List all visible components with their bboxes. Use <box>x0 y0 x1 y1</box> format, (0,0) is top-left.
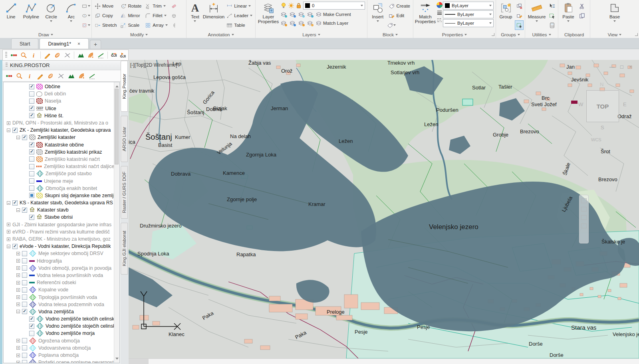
tree-checkbox[interactable] <box>22 295 27 300</box>
ellipse-button[interactable] <box>81 11 90 20</box>
terrain-icon[interactable] <box>68 73 75 79</box>
group-selection-toggle[interactable] <box>515 20 524 30</box>
tree-checkbox[interactable] <box>29 84 34 89</box>
new-drawing-button[interactable]: + <box>90 40 101 49</box>
profile-icon[interactable] <box>89 73 95 79</box>
dialog-launcher-icon[interactable] <box>635 33 638 36</box>
tree-item[interactable]: +Tipologija površinskih voda <box>4 293 119 301</box>
tree-checkbox[interactable] <box>29 149 34 154</box>
scroll-thumb[interactable] <box>115 89 119 164</box>
tree-checkbox[interactable] <box>12 128 18 133</box>
tree-expand-toggle[interactable]: + <box>7 237 10 241</box>
tree-item[interactable]: Urejene meje <box>4 177 119 184</box>
tree-item[interactable]: Vodno zemljišče morja <box>4 330 119 337</box>
offset-button[interactable] <box>170 20 179 30</box>
tree-checkbox[interactable] <box>29 171 34 176</box>
tree-item[interactable]: Vodno zemljišče stoječih celinskih <box>4 322 119 330</box>
tree-item[interactable]: +RABA, GERK - Ministrstvo za kmetijstvo,… <box>4 235 119 243</box>
block-create-button[interactable]: Create <box>387 1 412 11</box>
tree-item[interactable]: –Vodna zemljišča <box>4 308 119 315</box>
text-button[interactable]: A Text <box>188 1 202 23</box>
tree-item[interactable]: –eVode - Vodni kataster, Direkcija Repub… <box>4 243 119 250</box>
info-icon[interactable] <box>30 52 37 59</box>
tree-expand-toggle[interactable]: + <box>16 303 20 306</box>
tree-checkbox[interactable] <box>29 106 34 111</box>
layer-select-dropdown[interactable]: 0 <box>303 2 365 10</box>
measure-button[interactable]: Measure <box>526 1 547 23</box>
attachment-icon[interactable] <box>54 52 61 59</box>
tree-expand-toggle[interactable]: + <box>16 361 20 363</box>
tree-checkbox[interactable] <box>29 178 34 184</box>
tree-item[interactable]: Zemljišče pod stavbo <box>4 170 119 177</box>
side-tab-king-gji[interactable]: King.GJI elaborat <box>121 223 128 275</box>
block-edit-button[interactable]: Edit <box>387 11 412 20</box>
side-tab-arso-lidar[interactable]: ARSO Lidar <box>121 116 128 162</box>
line-button[interactable]: Line <box>1 1 21 19</box>
edit-pencil-icon[interactable] <box>37 73 44 79</box>
tree-expand-toggle[interactable]: – <box>16 310 20 313</box>
fillet-button[interactable]: Fillet <box>143 11 169 20</box>
tree-item[interactable]: Vodno zemljišče tekočih celinskih <box>4 315 119 322</box>
linear-button[interactable]: Linear <box>225 1 254 11</box>
tree-expand-toggle[interactable]: – <box>7 201 10 205</box>
tree-checkbox[interactable] <box>29 215 34 220</box>
tree-item[interactable]: +Meje sektorjev območij DRSV <box>4 250 119 257</box>
tree-item[interactable]: +Poplavna območja <box>4 352 119 359</box>
block-attributes-button[interactable] <box>387 20 396 30</box>
tree-item[interactable]: +Ogrožena območja <box>4 337 119 344</box>
panel-grip[interactable] <box>6 63 8 67</box>
dimension-button[interactable]: Dimension <box>203 1 224 19</box>
tree-checkbox[interactable] <box>22 338 27 343</box>
properties-panel-title[interactable]: Properties <box>413 31 496 38</box>
tree-checkbox[interactable] <box>29 99 34 104</box>
tree-expand-toggle[interactable]: – <box>16 208 20 212</box>
tree-item[interactable]: Zemljiško katastrski prikaz <box>4 148 119 156</box>
layers-panel-title[interactable]: Layers <box>256 31 367 38</box>
match-layer-button[interactable]: Match Layer <box>323 21 348 26</box>
construction-icon[interactable] <box>64 52 71 59</box>
panel-header[interactable]: KING.PROSTOR <box>2 60 121 70</box>
tree-item[interactable]: –Kataster stavb <box>4 206 119 214</box>
copy-button[interactable]: Copy <box>93 11 118 20</box>
selection-dots-icon[interactable] <box>6 73 12 79</box>
move-button[interactable]: Move <box>93 1 118 11</box>
tree-expand-toggle[interactable]: + <box>16 339 20 342</box>
circle-button[interactable]: Circle <box>42 1 61 23</box>
toolbar-grip[interactable] <box>5 52 7 58</box>
tree-item[interactable]: +DPN, OPN - Prostorski akti, Ministrstvo… <box>4 119 119 127</box>
tree-item[interactable]: +Vodna telesa podzemnih voda <box>4 301 119 308</box>
signal-icon[interactable] <box>78 73 85 79</box>
tree-checkbox[interactable] <box>22 273 27 278</box>
tree-scrollbar[interactable] <box>114 82 119 363</box>
dialog-launcher-icon[interactable] <box>492 33 494 36</box>
tree-item[interactable]: Katastrske občine <box>4 141 119 148</box>
tree-item[interactable]: CESTUlice <box>4 105 119 112</box>
quick-select-button[interactable] <box>548 1 556 11</box>
group-edit-button[interactable] <box>515 11 524 20</box>
viewcube[interactable]: N TOP W E S WCS <box>575 78 635 146</box>
ungroup-button[interactable] <box>515 1 524 11</box>
layer-on-icon[interactable] <box>280 2 287 9</box>
object-color-dropdown[interactable]: ByLayer <box>443 2 494 10</box>
tree-expand-toggle[interactable]: – <box>16 136 20 139</box>
array-button[interactable]: Array <box>143 20 169 30</box>
tab-start[interactable]: Start <box>11 38 38 49</box>
tab-drawing1[interactable]: Drawing1*× <box>40 38 89 49</box>
tree-item[interactable]: +Vodovarstvena območja <box>4 344 119 352</box>
viewcube-west[interactable]: W <box>578 101 583 107</box>
cut-button[interactable] <box>577 1 586 11</box>
navigation-bar[interactable] <box>579 195 589 243</box>
annotation-panel-title[interactable]: Annotation <box>187 31 255 38</box>
tree-checkbox[interactable] <box>22 251 27 256</box>
rotate-button[interactable]: Rotate <box>119 1 143 11</box>
tree-item[interactable]: Skupni sloj dejanske rabe zemljišč <box>4 192 119 199</box>
tree-checkbox[interactable] <box>22 208 27 213</box>
tree-checkbox[interactable] <box>22 287 27 293</box>
tree-item[interactable]: Zemljiško katastrski načrt <box>4 156 119 163</box>
tree-expand-toggle[interactable]: + <box>16 295 20 299</box>
tree-checkbox[interactable] <box>22 265 27 271</box>
tree-checkbox[interactable] <box>22 353 27 358</box>
tree-checkbox[interactable] <box>29 164 34 169</box>
make-current-button[interactable]: Make Current <box>323 12 351 17</box>
utilities-panel-title[interactable]: Utilities <box>525 31 558 38</box>
